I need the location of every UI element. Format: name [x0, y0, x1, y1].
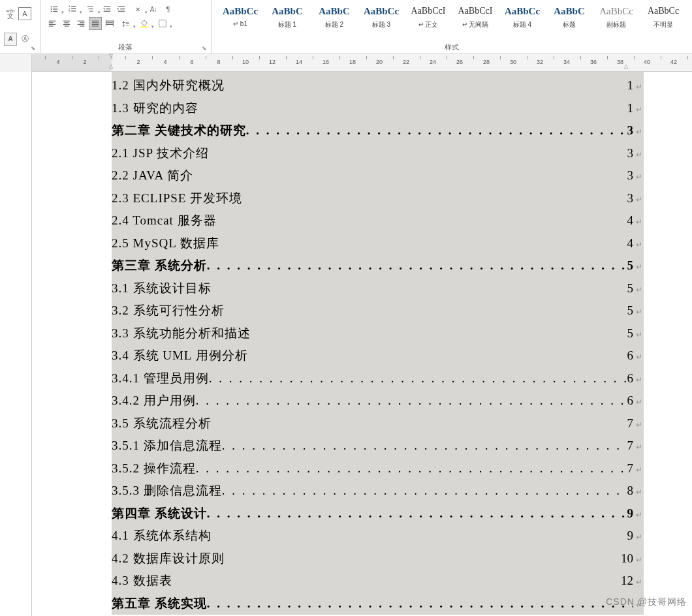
toc-line[interactable]: 1.2 国内外研究概况1↵	[112, 74, 644, 97]
toc-page-number: 5	[627, 277, 635, 300]
svg-rect-32	[80, 26, 84, 27]
toc-entry-text: 1.3 研究的内容	[112, 97, 198, 119]
pinyin-guide-button[interactable]: wén文	[4, 7, 17, 20]
document-page[interactable]: 1.2 国内外研究概况1↵1.3 研究的内容1↵第二章 关键技术的研究. . .…	[32, 72, 692, 616]
increase-indent-button[interactable]	[115, 3, 128, 16]
right-indent-marker[interactable]: △	[624, 63, 628, 69]
toc-page-number: 3	[627, 142, 635, 164]
toc-entry-text: 3.5.3 删除信息流程	[112, 480, 222, 502]
toc-page-number: 9	[627, 502, 635, 525]
style-item-1[interactable]: AaBbC标题 1	[264, 3, 311, 38]
paragraph-mark-icon: ↵	[636, 279, 644, 301]
first-line-indent-marker[interactable]: ▽	[109, 53, 113, 59]
paragraph-mark-icon: ↵	[636, 391, 644, 413]
style-item-0[interactable]: AaBbCc↵ b1	[217, 3, 264, 38]
align-center-button[interactable]	[60, 17, 73, 30]
toc-entry-text: 2.1 JSP 技术介绍	[112, 142, 209, 164]
paragraph-mark-icon: ↵	[636, 504, 644, 526]
toc-line[interactable]: 第三章 系统分析. . . . . . . . . . . . . . . . …	[112, 254, 644, 277]
asian-layout-button[interactable]: ✕ ▾	[129, 3, 146, 16]
paragraph-mark-icon: ↵	[636, 234, 644, 256]
toc-line[interactable]: 1.3 研究的内容1↵	[112, 97, 644, 120]
toc-page-number: 6	[627, 345, 635, 367]
toc-page-number: 10	[621, 547, 635, 570]
numbering-button[interactable]: 123▾	[64, 3, 81, 16]
toc-line[interactable]: 第二章 关键技术的研究. . . . . . . . . . . . . . .…	[112, 119, 644, 142]
align-justify-button[interactable]	[89, 17, 102, 30]
toc-line[interactable]: 4.2 数据库设计原则10↵	[112, 547, 644, 570]
toc-leader: . . . . . . . . . . . . . . . . . . . . …	[209, 367, 627, 390]
align-right-button[interactable]	[74, 17, 87, 30]
style-item-2[interactable]: AaBbC标题 2	[311, 3, 358, 38]
align-left-button[interactable]	[46, 17, 59, 30]
toc-line[interactable]: 2.1 JSP 技术介绍3↵	[112, 142, 644, 165]
bullets-button[interactable]: ▾	[46, 3, 63, 16]
toc-entry-text: 3.3 系统功能分析和描述	[112, 322, 251, 345]
toc-page-number: 7	[627, 412, 635, 435]
toc-leader: . . . . . . . . . . . . . . . . . . . . …	[207, 502, 627, 525]
paragraph-mark-icon: ↵	[636, 346, 644, 368]
svg-text:3: 3	[68, 9, 70, 12]
toc-line[interactable]: 3.5 系统流程分析7↵	[112, 412, 644, 435]
styles-gallery[interactable]: AaBbCc↵ b1AaBbC标题 1AaBbC标题 2AaBbCc标题 3Aa…	[217, 3, 687, 38]
style-item-3[interactable]: AaBbCc标题 3	[358, 3, 405, 38]
svg-rect-24	[48, 26, 53, 27]
svg-rect-36	[91, 26, 99, 27]
line-spacing-button[interactable]: ‡≡▾	[118, 17, 134, 30]
style-item-6[interactable]: AaBbCc标题 4	[499, 3, 546, 38]
svg-rect-29	[77, 21, 84, 22]
ruler[interactable]: 4224681012141618202224262830323436384042…	[0, 54, 692, 72]
hanging-indent-marker[interactable]: △	[109, 63, 113, 69]
toc-line[interactable]: 2.5 MySQL 数据库4↵	[112, 232, 644, 255]
paragraph-group-label: 段落	[118, 42, 133, 52]
font-group-launcher[interactable]: ⬊	[29, 44, 37, 52]
distributed-button[interactable]	[103, 17, 116, 30]
style-item-5[interactable]: AaBbCcI↵ 无间隔	[452, 3, 499, 38]
borders-button[interactable]: ▾	[154, 17, 171, 30]
svg-rect-35	[91, 24, 99, 25]
toc-line[interactable]: 2.3 ECLIPSE 开发环境3↵	[112, 187, 644, 210]
toc-line[interactable]: 第四章 系统设计. . . . . . . . . . . . . . . . …	[112, 502, 644, 525]
toc-line[interactable]: 3.4.2 用户用例. . . . . . . . . . . . . . . …	[112, 390, 644, 412]
toc-line[interactable]: 3.4.1 管理员用例. . . . . . . . . . . . . . .…	[112, 367, 644, 390]
toc-line[interactable]: 4.3 数据表12↵	[112, 570, 644, 593]
sort-button[interactable]: A↓	[148, 3, 161, 16]
highlight-button[interactable]: A	[4, 33, 17, 46]
toc-line[interactable]: 第五章 系统实现. . . . . . . . . . . . . . . . …	[112, 593, 644, 615]
svg-rect-28	[64, 26, 69, 27]
enclose-characters-button[interactable]: Ⓐ	[18, 33, 31, 46]
toc-page-number: 4	[627, 232, 635, 254]
toc-entry-text: 4.2 数据库设计原则	[112, 547, 225, 570]
toc-entry-text: 第四章 系统设计	[112, 502, 207, 525]
toc-line[interactable]: 3.4 系统 UML 用例分析6↵	[112, 345, 644, 367]
toc-line[interactable]: 2.4 Tomcat 服务器4↵	[112, 209, 644, 232]
svg-rect-15	[103, 7, 110, 7]
toc-page-number: 7	[627, 457, 635, 480]
toc-line[interactable]: 3.5.3 删除信息流程. . . . . . . . . . . . . . …	[112, 480, 644, 502]
svg-rect-38	[106, 22, 113, 23]
style-item-4[interactable]: AaBbCcI↵ 正文	[405, 3, 452, 38]
shading-button[interactable]: ▾	[136, 17, 153, 30]
decrease-indent-button[interactable]	[101, 3, 114, 16]
show-marks-button[interactable]: ¶	[162, 3, 175, 16]
style-item-9[interactable]: AaBbCc不明显	[640, 3, 687, 38]
toc-line[interactable]: 3.1 系统设计目标5↵	[112, 277, 644, 300]
toc-line[interactable]: 2.2 JAVA 简介3↵	[112, 164, 644, 187]
style-item-8[interactable]: AaBbCc副标题	[593, 3, 640, 38]
toc-entry-text: 第二章 关键技术的研究	[112, 119, 246, 142]
svg-rect-18	[118, 7, 125, 7]
svg-rect-33	[91, 21, 99, 22]
toc-line[interactable]: 3.2 系统可行性分析5↵	[112, 300, 644, 322]
toc-entry-text: 3.5.2 操作流程	[112, 457, 196, 480]
style-item-7[interactable]: AaBbC标题	[546, 3, 593, 38]
multilevel-list-button[interactable]: ▾	[82, 3, 99, 16]
toc-line[interactable]: 3.5.2 操作流程. . . . . . . . . . . . . . . …	[112, 457, 644, 480]
toc-line[interactable]: 3.5.1 添加信息流程. . . . . . . . . . . . . . …	[112, 435, 644, 457]
toc-page-number: 3	[627, 164, 635, 187]
paragraph-group-launcher[interactable]: ⬊	[200, 44, 208, 52]
toc-page-number: 9	[627, 525, 635, 547]
toc-page-number: 6	[627, 367, 635, 390]
character-border-button[interactable]: A	[18, 7, 31, 20]
toc-line[interactable]: 3.3 系统功能分析和描述5↵	[112, 322, 644, 345]
toc-line[interactable]: 4.1 系统体系结构9↵	[112, 525, 644, 547]
